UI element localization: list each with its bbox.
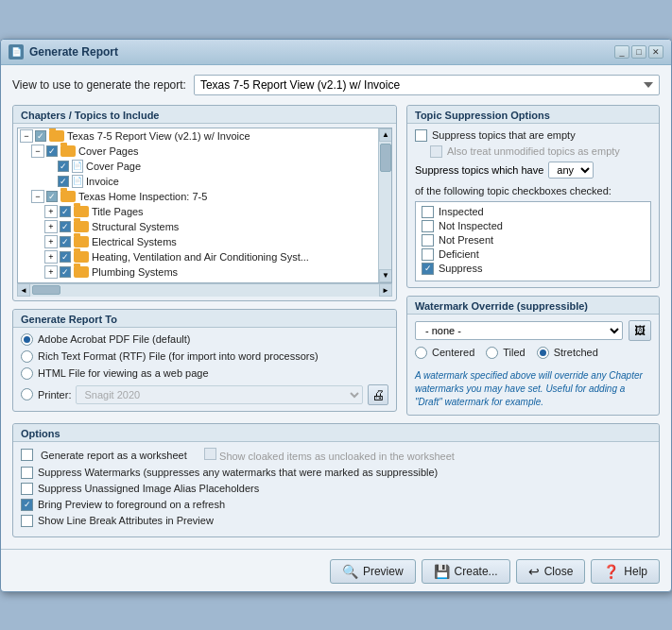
scroll-up-arrow[interactable]: ▲ [379,128,392,142]
radio-stretched[interactable] [537,347,549,359]
tree-label: Electrical Systems [92,236,177,247]
tree-item[interactable]: + ✓ Structural Systems [18,219,378,234]
tree-expander[interactable]: − [31,145,44,158]
tree-checkbox[interactable]: ✓ [60,236,71,247]
tree-expander[interactable]: − [20,129,33,143]
watermark-select[interactable]: - none - [415,321,623,340]
tree-expander[interactable]: − [31,190,44,203]
tiled-row: Tiled [486,347,525,359]
tree-checkbox[interactable]: ✓ [58,176,69,187]
horizontal-scrollbar[interactable]: ◄ ► [17,283,392,297]
scroll-thumb-h[interactable] [32,285,60,295]
inspected-checkbox[interactable] [422,206,434,218]
close-button[interactable]: ↩ Close [516,559,586,584]
doc-icon: 📄 [72,175,83,188]
tree-checkbox[interactable]: ✓ [60,266,71,278]
suppress-which-row: Suppress topics which have any all [415,162,651,179]
tree-item[interactable]: + ✓ Plumbing Systems [18,264,378,280]
tree-item[interactable]: ✓ 📄 Cover Page [18,159,378,174]
create-button[interactable]: 💾 Create... [422,559,510,584]
close-window-button[interactable]: ✕ [648,45,663,59]
radio-html-label: HTML File for viewing as a web page [38,367,209,379]
printer-icon-button[interactable]: 🖨 [368,384,388,405]
view-select[interactable]: Texas 7-5 Report View (v2.1) w/ Invoice [194,75,660,95]
tree-checkbox[interactable]: ✓ [46,191,58,202]
radio-rtf-row: Rich Text Format (RTF) File (for import … [21,350,388,363]
tree-checkbox[interactable]: ✓ [60,221,71,232]
tree-expander[interactable]: + [44,235,58,248]
stretched-label: Stretched [554,347,598,358]
title-controls: _ □ ✕ [614,45,663,59]
option-worksheet-side: Show cloaked items as uncloaked in the w… [204,448,455,463]
tree-checkbox[interactable]: ✓ [58,161,69,172]
tree-checkbox[interactable]: ✓ [60,206,71,217]
scroll-down-arrow[interactable]: ▼ [379,269,392,282]
generate-to-group: Generate Report To Adobe Acrobat PDF Fil… [12,309,397,412]
tree-item[interactable]: − ✓ Cover Pages [18,144,378,159]
radio-html[interactable] [21,367,33,380]
suppress-empty-row: Suppress topics that are empty [415,129,651,142]
minimize-button[interactable]: _ [614,45,629,59]
tree-expander[interactable]: + [44,250,58,264]
scroll-right-arrow[interactable]: ► [379,283,392,297]
maximize-button[interactable]: □ [631,45,646,59]
tree-checkbox[interactable]: ✓ [60,251,71,263]
generate-to-title: Generate Report To [13,310,396,328]
option-line-break-checkbox[interactable] [21,515,33,527]
help-button[interactable]: ❓ Help [591,559,660,584]
main-panels: Chapters / Topics to Include − ✓ [12,105,660,416]
radio-pdf[interactable] [21,333,33,346]
radio-rtf[interactable] [21,350,33,363]
tree-expander[interactable]: + [44,205,58,218]
option-suppress-watermarks-checkbox[interactable] [21,467,33,479]
topic-suppression-content: Suppress topics that are empty Also trea… [407,124,659,287]
radio-centered[interactable] [415,347,427,359]
tree-item[interactable]: + ✓ Heating, Ventilation and Air Conditi… [18,249,378,264]
suppress-which-select[interactable]: any all [548,162,594,179]
tree-item[interactable]: + ✓ Electrical Systems [18,234,378,249]
tree-checkbox[interactable]: ✓ [35,130,46,142]
folder-icon [74,221,89,232]
folder-icon [49,130,64,142]
option-bring-preview-checkbox[interactable]: ✓ [21,499,33,511]
options-group: Options Generate report as a worksheet S… [12,423,660,537]
scroll-left-arrow[interactable]: ◄ [17,283,30,297]
tree-item[interactable]: − ✓ Texas 7-5 Report View (v2.1) w/ Invo… [18,128,378,144]
radio-pdf-row: Adobe Acrobat PDF File (default) [21,333,388,346]
not-inspected-checkbox[interactable] [422,220,434,232]
watermark-radios: Centered Tiled Stretched [415,347,651,364]
tree-checkbox[interactable]: ✓ [46,145,58,157]
option-worksheet-checkbox[interactable] [21,449,33,461]
vertical-scrollbar[interactable]: ▲ ▼ [378,128,391,282]
tree-expander[interactable]: + [44,265,58,279]
tree-container[interactable]: − ✓ Texas 7-5 Report View (v2.1) w/ Invo… [17,128,392,283]
deficient-checkbox[interactable] [422,248,434,261]
tiled-label: Tiled [503,347,525,358]
scroll-thumb[interactable] [380,144,391,172]
window-title: Generate Report [29,45,118,59]
not-present-label: Not Present [439,234,493,246]
suppress-empty-checkbox[interactable] [415,129,427,142]
radio-tiled[interactable] [486,347,498,359]
suppress-checkbox[interactable]: ✓ [422,263,434,275]
preview-button[interactable]: 🔍 Preview [330,559,416,584]
not-present-checkbox[interactable] [422,234,434,247]
tree-item[interactable]: − ✓ Texas Home Inspection: 7-5 [18,189,378,204]
watermark-image-button[interactable]: 🖼 [629,320,651,341]
printer-select: Snagit 2020 [76,385,363,404]
close-icon: ↩ [528,564,540,579]
printer-row: Printer: Snagit 2020 🖨 [21,384,388,405]
not-inspected-label: Not Inspected [439,220,503,231]
radio-printer[interactable] [21,388,33,400]
chapters-title: Chapters / Topics to Include [13,106,396,124]
tree-item[interactable]: + ✓ Title Pages [18,204,378,219]
inspected-row: Inspected [422,206,645,218]
option-suppress-placeholders-checkbox[interactable] [21,483,33,495]
folder-icon [74,206,89,217]
topic-suppression-title: Topic Suppression Options [407,106,659,124]
watermark-group: Watermark Override (suppressible) - none… [406,296,660,416]
folder-icon [74,236,89,247]
tree-expander[interactable]: + [44,220,58,233]
tree-item[interactable]: ✓ 📄 Invoice [18,174,378,189]
window-body: View to use to generate the report: Texa… [1,65,671,549]
